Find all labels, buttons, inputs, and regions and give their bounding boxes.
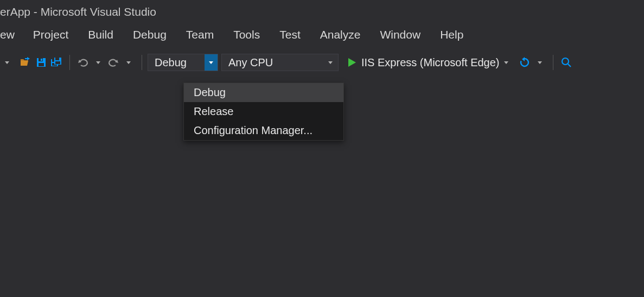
save-all-icon (50, 56, 63, 68)
undo-icon (77, 56, 89, 68)
platform-selected-text: Any CPU (228, 56, 273, 69)
open-folder-icon (20, 56, 33, 69)
svg-rect-9 (55, 61, 60, 64)
menu-test[interactable]: Test (270, 25, 310, 45)
save-button[interactable] (34, 54, 49, 71)
menu-tools[interactable]: Tools (224, 25, 270, 45)
search-icon (560, 56, 572, 68)
save-all-button[interactable] (49, 54, 64, 71)
solution-platforms-combo[interactable]: Any CPU (221, 54, 339, 71)
refresh-icon (519, 56, 531, 68)
browser-link-split[interactable] (532, 54, 547, 71)
chevron-down-icon (537, 61, 543, 64)
redo-split[interactable] (121, 54, 136, 71)
menu-debug[interactable]: Debug (123, 25, 176, 45)
config-selected-text: Debug (155, 56, 187, 69)
menu-help[interactable]: Help (430, 25, 473, 45)
chevron-down-icon (4, 61, 10, 64)
start-debugging-button[interactable]: IIS Express (Microsoft Edge) (346, 56, 509, 69)
toolbar-separator (69, 55, 70, 70)
svg-rect-2 (39, 63, 44, 66)
save-icon (35, 56, 47, 68)
solution-configurations-combo[interactable]: Debug (148, 54, 218, 71)
undo-button[interactable] (75, 54, 91, 71)
menu-team[interactable]: Team (176, 25, 224, 45)
toolbar-separator (553, 55, 553, 70)
chevron-down-icon (503, 61, 509, 64)
dropdown-item-configuration-manager[interactable]: Configuration Manager... (184, 121, 343, 140)
window-title: erApp - Microsoft Visual Studio (0, 5, 156, 18)
play-icon (346, 57, 357, 68)
combo-caret (205, 54, 218, 71)
browser-link-refresh-button[interactable] (517, 54, 532, 71)
redo-button[interactable] (106, 54, 121, 71)
svg-point-10 (562, 58, 569, 65)
redo-icon (107, 56, 119, 68)
run-target-label: IIS Express (Microsoft Edge) (361, 56, 500, 69)
dropdown-item-release[interactable]: Release (184, 102, 343, 121)
chevron-down-icon (327, 61, 334, 64)
menu-build[interactable]: Build (78, 25, 123, 45)
menu-analyze[interactable]: Analyze (310, 25, 371, 45)
menu-view[interactable]: ew (0, 25, 23, 45)
nav-back-split[interactable] (0, 54, 15, 71)
menu-bar: ew Project Build Debug Team Tools Test A… (0, 24, 644, 46)
menu-window[interactable]: Window (370, 25, 430, 45)
svg-rect-3 (41, 59, 42, 61)
chevron-down-icon (125, 61, 132, 64)
open-file-button[interactable] (18, 54, 34, 71)
dropdown-item-debug[interactable]: Debug (184, 83, 343, 102)
menu-project[interactable]: Project (23, 25, 78, 45)
toolbar-separator (142, 55, 142, 70)
chevron-down-icon (95, 61, 101, 64)
undo-split[interactable] (91, 54, 106, 71)
solution-configurations-dropdown: Debug Release Configuration Manager... (183, 83, 344, 141)
find-button[interactable] (559, 54, 574, 71)
titlebar: erApp - Microsoft Visual Studio (0, 0, 644, 24)
toolbar: Debug Any CPU IIS Express (Microsoft Edg… (0, 50, 644, 75)
svg-rect-8 (55, 58, 59, 60)
